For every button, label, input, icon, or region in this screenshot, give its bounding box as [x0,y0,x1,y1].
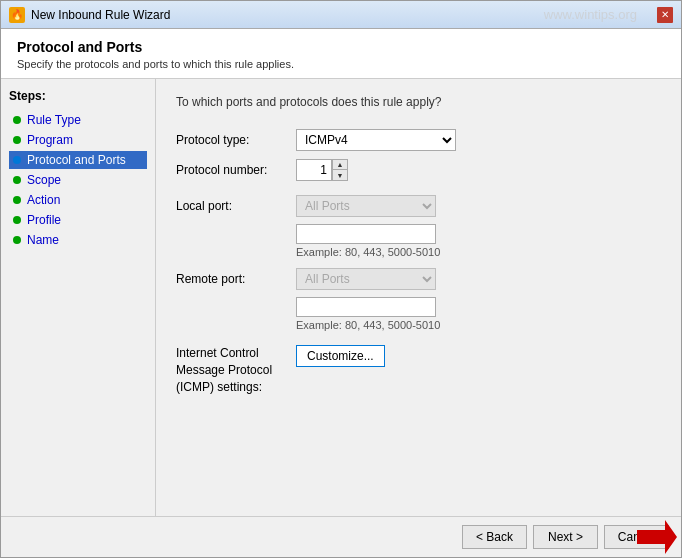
local-port-container: Local port: All Ports Specific Ports Exa… [176,195,661,258]
protocol-type-label: Protocol type: [176,133,296,147]
dot-green-rule-type [13,116,21,124]
local-port-label: Local port: [176,199,296,213]
back-button[interactable]: < Back [462,525,527,549]
next-button[interactable]: Next > [533,525,598,549]
icmp-row: Internet Control Message Protocol (ICMP)… [176,345,661,395]
sidebar-item-label-protocol: Protocol and Ports [27,153,126,167]
protocol-number-row: Protocol number: ▲ ▼ [176,159,661,181]
protocol-number-spinner: ▲ ▼ [296,159,348,181]
sidebar-item-label-profile: Profile [27,213,61,227]
icmp-label: Internet Control Message Protocol (ICMP)… [176,345,296,395]
sidebar-item-program[interactable]: Program [9,131,147,149]
svg-marker-0 [637,520,677,554]
sidebar-item-label-scope: Scope [27,173,61,187]
remote-port-example: Example: 80, 443, 5000-5010 [296,319,661,331]
local-port-text-input[interactable] [296,224,436,244]
page-header: Protocol and Ports Specify the protocols… [1,29,681,79]
protocol-number-input[interactable] [296,159,332,181]
window-title: New Inbound Rule Wizard [31,8,544,22]
content-area: Steps: Rule Type Program Protocol and Po… [1,79,681,516]
footer: < Back Next > Cancel [1,516,681,557]
window: 🔥 New Inbound Rule Wizard www.wintips.or… [0,0,682,558]
local-port-control: All Ports Specific Ports [296,195,436,217]
sidebar-item-scope[interactable]: Scope [9,171,147,189]
title-bar: 🔥 New Inbound Rule Wizard www.wintips.or… [1,1,681,29]
close-button[interactable]: ✕ [657,7,673,23]
dot-green-scope [13,176,21,184]
remote-port-row: Remote port: All Ports Specific Ports [176,268,661,290]
remote-port-label: Remote port: [176,272,296,286]
sidebar-item-action[interactable]: Action [9,191,147,209]
spin-buttons: ▲ ▼ [332,159,348,181]
watermark: www.wintips.org [544,7,637,22]
dot-green-program [13,136,21,144]
remote-port-container: Remote port: All Ports Specific Ports Ex… [176,268,661,331]
local-port-select[interactable]: All Ports Specific Ports [296,195,436,217]
page-subtitle: Specify the protocols and ports to which… [17,58,665,70]
remote-port-control: All Ports Specific Ports [296,268,436,290]
dot-green-name [13,236,21,244]
protocol-type-row: Protocol type: ICMPv4 Any TCP UDP ICMPv6… [176,129,661,151]
protocol-number-label: Protocol number: [176,163,296,177]
form-section: Protocol type: ICMPv4 Any TCP UDP ICMPv6… [176,129,661,395]
window-icon: 🔥 [9,7,25,23]
protocol-type-control: ICMPv4 Any TCP UDP ICMPv6 GRE Custom [296,129,456,151]
sidebar-item-protocol-ports[interactable]: Protocol and Ports [9,151,147,169]
sidebar-item-label-rule-type: Rule Type [27,113,81,127]
dot-blue-protocol [13,156,21,164]
main-panel: To which ports and protocols does this r… [156,79,681,516]
customize-button[interactable]: Customize... [296,345,385,367]
sidebar-item-label-program: Program [27,133,73,147]
dot-green-action [13,196,21,204]
sidebar-item-rule-type[interactable]: Rule Type [9,111,147,129]
sidebar-item-label-action: Action [27,193,60,207]
sidebar-item-label-name: Name [27,233,59,247]
sidebar-item-profile[interactable]: Profile [9,211,147,229]
sidebar-item-name[interactable]: Name [9,231,147,249]
spin-up-button[interactable]: ▲ [333,160,347,170]
local-port-example: Example: 80, 443, 5000-5010 [296,246,661,258]
remote-port-select[interactable]: All Ports Specific Ports [296,268,436,290]
dot-green-profile [13,216,21,224]
sidebar: Steps: Rule Type Program Protocol and Po… [1,79,156,516]
spin-down-button[interactable]: ▼ [333,170,347,180]
local-port-row: Local port: All Ports Specific Ports [176,195,661,217]
sidebar-title: Steps: [9,89,147,103]
red-arrow-indicator [637,520,677,555]
page-title: Protocol and Ports [17,39,665,55]
main-question: To which ports and protocols does this r… [176,95,661,109]
remote-port-text-input[interactable] [296,297,436,317]
protocol-type-select[interactable]: ICMPv4 Any TCP UDP ICMPv6 GRE Custom [296,129,456,151]
